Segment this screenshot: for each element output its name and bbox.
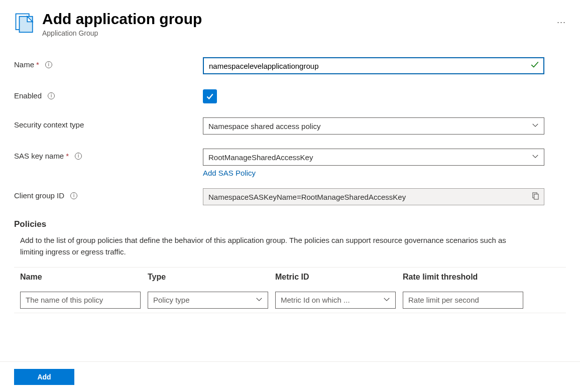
table-row: Policy type Metric Id on which ... — [20, 288, 566, 313]
page-header: Add application group Application Group … — [0, 0, 580, 43]
security-context-value: Namespace shared access policy — [208, 122, 320, 130]
name-input[interactable] — [203, 57, 544, 74]
client-group-id-value: NamespaceSASKeyName=RootManageSharedAcce… — [208, 193, 406, 201]
policies-description: Add to the list of group policies that d… — [14, 234, 531, 258]
page-subtitle: Application Group — [42, 29, 551, 37]
name-label: Name — [14, 60, 34, 69]
form-row-enabled: Enabled i — [14, 88, 566, 103]
info-icon[interactable]: i — [70, 192, 77, 199]
enabled-label: Enabled — [14, 91, 42, 100]
required-indicator: * — [36, 60, 39, 69]
form-row-security-context: Security context type Namespace shared a… — [14, 117, 566, 135]
svg-rect-1 — [20, 17, 33, 33]
column-header-type: Type — [148, 273, 275, 282]
copy-icon[interactable] — [531, 192, 539, 201]
chevron-down-icon — [256, 296, 263, 304]
policy-rate-input[interactable] — [403, 292, 523, 309]
enabled-checkbox[interactable] — [203, 89, 217, 103]
svg-rect-3 — [534, 194, 538, 199]
sas-key-label: SAS key name — [14, 152, 64, 160]
info-icon[interactable]: i — [45, 61, 52, 68]
add-button[interactable]: Add — [14, 369, 74, 385]
policies-heading: Policies — [14, 219, 566, 229]
column-header-name: Name — [20, 273, 148, 282]
add-sas-policy-link[interactable]: Add SAS Policy — [203, 169, 256, 177]
form-row-sas-key: SAS key name * i RootManageSharedAccessK… — [14, 149, 566, 177]
application-group-icon — [14, 12, 35, 33]
chevron-down-icon — [383, 296, 390, 304]
sas-key-value: RootManageSharedAccessKey — [208, 153, 313, 162]
policy-type-select[interactable]: Policy type — [148, 292, 268, 309]
info-icon[interactable]: i — [75, 153, 82, 160]
chevron-down-icon — [532, 122, 539, 130]
table-header-row: Name Type Metric ID Rate limit threshold — [20, 268, 566, 288]
required-indicator: * — [66, 152, 69, 160]
client-group-id-field: NamespaceSASKeyName=RootManageSharedAcce… — [203, 188, 544, 205]
sas-key-select[interactable]: RootManageSharedAccessKey — [203, 149, 544, 166]
chevron-down-icon — [532, 153, 539, 162]
policy-metric-select[interactable]: Metric Id on which ... — [275, 292, 396, 309]
more-options-icon[interactable]: ··· — [557, 17, 566, 28]
security-context-select[interactable]: Namespace shared access policy — [203, 117, 544, 135]
column-header-rate: Rate limit threshold — [403, 273, 523, 282]
info-icon[interactable]: i — [48, 92, 55, 99]
page-title: Add application group — [42, 10, 551, 28]
form-row-client-group: Client group ID i NamespaceSASKeyName=Ro… — [14, 188, 566, 205]
policy-name-input[interactable] — [20, 292, 141, 309]
security-context-label: Security context type — [14, 120, 84, 129]
column-header-metric: Metric ID — [275, 273, 403, 282]
policies-table: Name Type Metric ID Rate limit threshold… — [14, 267, 566, 313]
client-group-label: Client group ID — [14, 191, 64, 200]
footer: Add — [0, 361, 580, 392]
form-row-name: Name * i — [14, 57, 566, 74]
